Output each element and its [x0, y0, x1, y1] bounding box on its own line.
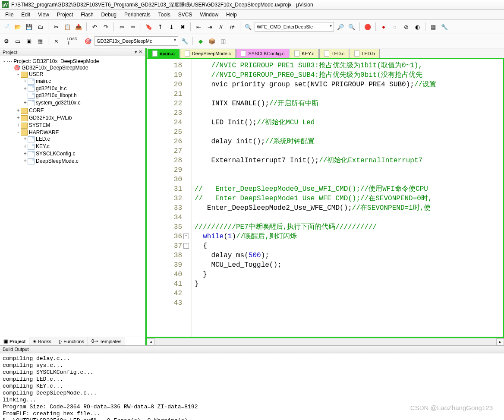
nav-back-icon[interactable]: ⇦	[117, 22, 126, 32]
code-editor[interactable]: //NVIC_PRIGROUP_PRE1_SUB3:抢占优先级为1bit(取值为…	[192, 59, 503, 337]
tree-target[interactable]: GD32F10x_DeepSleepMode	[22, 65, 88, 71]
menu-file[interactable]: File	[2, 11, 17, 19]
menu-edit[interactable]: Edit	[18, 11, 34, 19]
project-panel: Project ▾ ✕ -⋯ Project: GD32F10x_DeepSle…	[0, 48, 145, 345]
tree-file[interactable]: +LED.c	[22, 136, 144, 143]
indent-right-icon[interactable]: ⇥	[205, 22, 214, 32]
tree-file[interactable]: +DeepSleepMode.c	[22, 158, 144, 165]
file-tab[interactable]: DeepSleepMode.c	[180, 49, 236, 58]
project-panel-header: Project ▾ ✕	[0, 48, 145, 56]
editor-h-scrollbar[interactable]: ◂ ▸	[147, 338, 504, 345]
toolbar-main: 📄 📂 💾 🗂 ✂ 📋 📥 ↶ ↷ ⇦ ⇨ 🔖 ⤒ ⤓ ✖ ⇤ ⇥ // /≠ …	[0, 20, 504, 34]
indent-left-icon[interactable]: ⇤	[194, 22, 203, 32]
menu-bar: File Edit View Project Flash Debug Perip…	[0, 10, 504, 20]
scroll-right-icon[interactable]: ▸	[496, 338, 504, 345]
tree-file[interactable]: +system_gd32f10x.c	[22, 99, 144, 107]
open-file-icon[interactable]: 📂	[13, 22, 22, 32]
project-panel-title: Project	[3, 50, 17, 55]
app-icon: µV	[2, 1, 9, 8]
cut-icon[interactable]: ✂	[51, 22, 61, 32]
tab-functions[interactable]: {} Functions	[55, 337, 88, 345]
file-tab[interactable]: SYSCLKConfig.c	[236, 49, 289, 58]
window-title: F:\STM32_program\GD32\GD32F103VET6_Progr…	[11, 1, 313, 9]
tree-file[interactable]: +main.c	[22, 78, 144, 85]
tree-group-user[interactable]: USER	[29, 71, 43, 77]
batch-build-icon[interactable]: ▦	[35, 36, 45, 46]
manage-packs-icon[interactable]: 📦	[207, 36, 217, 46]
tab-books[interactable]: ◈ Books	[29, 337, 55, 345]
find-in-files-icon[interactable]: 🔎	[336, 22, 345, 32]
new-file-icon[interactable]: 📄	[2, 22, 11, 32]
breakpoint-killall-icon[interactable]: ⊘	[401, 22, 411, 32]
project-bottom-tabs: ▣ Project ◈ Books {} Functions 0⇢ Templa…	[0, 337, 145, 345]
undo-icon[interactable]: ↶	[90, 22, 99, 32]
breakpoint-enable-icon[interactable]: ◐	[413, 22, 422, 32]
menu-debug[interactable]: Debug	[98, 11, 120, 19]
line-gutter: 18192021222324252627282930313233343536−3…	[147, 59, 192, 337]
tree-group-hardware[interactable]: HARDWARE	[29, 129, 59, 136]
toolbar-build: ⚙ ▭ ▣ ▦ ⨯ LOAD↧ 🎯 GD32F10x_DeepSleepMc 🔧…	[0, 34, 504, 48]
translate-icon[interactable]: ⚙	[2, 36, 11, 46]
rebuild-icon[interactable]: ▣	[24, 36, 34, 46]
tree-group-fwlib[interactable]: GD32F10x_FWLib	[29, 115, 72, 121]
find-combo[interactable]: WFE_CMD_EnterDeepSle	[255, 22, 334, 32]
menu-peripherals[interactable]: Peripherals	[121, 11, 154, 19]
menu-view[interactable]: View	[35, 11, 53, 19]
configure-icon[interactable]: 🔧	[440, 22, 449, 32]
select-packs-icon[interactable]: ◫	[218, 36, 228, 46]
bookmark-next-icon[interactable]: ⤓	[167, 22, 176, 32]
tree-file[interactable]: +gd32f10x_it.c	[22, 85, 144, 92]
title-bar: µV F:\STM32_program\GD32\GD32F103VET6_Pr…	[0, 0, 504, 10]
project-tree[interactable]: -⋯ Project: GD32F10x_DeepSleepMode -🎯 GD…	[0, 56, 145, 337]
file-tab[interactable]: LED.c	[319, 49, 349, 58]
target-combo[interactable]: GD32F10x_DeepSleepMc	[94, 36, 178, 46]
tree-file[interactable]: gd32f10x_libopt.h	[22, 92, 144, 99]
copy-icon[interactable]: 📋	[63, 22, 72, 32]
stop-build-icon[interactable]: ⨯	[51, 36, 61, 46]
menu-help[interactable]: Help	[223, 11, 240, 19]
target-options-icon[interactable]: 🎯	[83, 36, 93, 46]
scroll-left-icon[interactable]: ◂	[147, 338, 154, 345]
comment-icon[interactable]: //	[216, 22, 226, 32]
download-icon[interactable]: LOAD↧	[67, 36, 77, 46]
editor-area: main.cDeepSleepMode.cSYSCLKConfig.cKEY.c…	[145, 48, 504, 345]
tree-file[interactable]: +KEY.c	[22, 143, 144, 150]
file-tab[interactable]: KEY.c	[290, 49, 319, 58]
incremental-find-icon[interactable]: 🔍	[347, 22, 356, 32]
menu-tools[interactable]: Tools	[155, 11, 174, 19]
bookmark-icon[interactable]: 🔖	[144, 22, 154, 32]
menu-svcs[interactable]: SVCS	[175, 11, 196, 19]
paste-icon[interactable]: 📥	[74, 22, 83, 32]
menu-window[interactable]: Window	[196, 11, 222, 19]
tree-group-system[interactable]: SYSTEM	[29, 122, 50, 128]
build-output-header: Build Output	[0, 345, 504, 353]
file-tab[interactable]: LED.h	[350, 49, 380, 58]
manage-rte-icon[interactable]: ◆	[196, 36, 205, 46]
nav-fwd-icon[interactable]: ⇨	[128, 22, 138, 32]
menu-project[interactable]: Project	[54, 11, 76, 19]
save-icon[interactable]: 💾	[24, 22, 34, 32]
build-icon[interactable]: ▭	[13, 36, 22, 46]
window-layout-icon[interactable]: ▦	[428, 22, 438, 32]
bookmark-clear-icon[interactable]: ✖	[178, 22, 187, 32]
tree-group-core[interactable]: CORE	[29, 107, 44, 114]
file-tab-bar: main.cDeepSleepMode.cSYSCLKConfig.cKEY.c…	[147, 48, 504, 59]
tree-file[interactable]: +SYSCLKConfig.c	[22, 150, 144, 158]
debug-start-icon[interactable]: 🔴	[363, 22, 372, 32]
bookmark-prev-icon[interactable]: ⤒	[155, 22, 165, 32]
breakpoint-icon[interactable]: ●	[379, 22, 388, 32]
redo-icon[interactable]: ↷	[101, 22, 110, 32]
build-output[interactable]: compiling delay.c... compiling sys.c... …	[0, 353, 504, 420]
breakpoint-disable-icon[interactable]: ○	[390, 22, 400, 32]
find-icon[interactable]: 🔍	[243, 22, 253, 32]
save-all-icon[interactable]: 🗂	[35, 22, 45, 32]
tree-root[interactable]: Project: GD32F10x_DeepSleepMode	[13, 58, 99, 64]
tab-project[interactable]: ▣ Project	[0, 337, 29, 345]
menu-flash[interactable]: Flash	[77, 11, 97, 19]
file-tab[interactable]: main.c	[148, 49, 180, 58]
panel-menu-icon[interactable]: ▾ ✕	[135, 49, 142, 55]
tab-templates[interactable]: 0⇢ Templates	[88, 337, 125, 345]
options-icon[interactable]: 🔧	[180, 36, 189, 46]
uncomment-icon[interactable]: /≠	[227, 22, 237, 32]
